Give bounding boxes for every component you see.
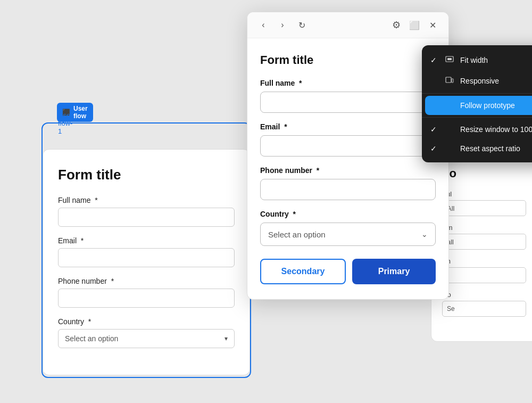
modal-form-title: Form title	[260, 53, 436, 67]
follow-prototype-check-icon: ✓	[430, 101, 439, 110]
modal-phone-field: Phone number *	[260, 166, 436, 200]
modal-email-field: Email *	[260, 122, 436, 157]
modal-country-select[interactable]: Select an option ⌄	[260, 223, 436, 246]
dropdown-item-reset-ratio[interactable]: ✓ Reset aspect ratio	[422, 139, 532, 158]
responsive-icon	[444, 76, 455, 86]
left-email-input[interactable]	[58, 248, 235, 267]
left-phone-input[interactable]	[58, 289, 235, 308]
modal-form-content: Form title Full name * Email * Phone num…	[247, 38, 448, 299]
export-icon: ⬜	[409, 20, 420, 30]
fit-width-icon	[444, 55, 455, 65]
fit-width-check-icon: ✓	[430, 56, 439, 64]
close-icon: ✕	[429, 20, 436, 30]
back-icon: ‹	[262, 20, 264, 30]
svg-rect-3	[452, 79, 453, 83]
right-fullname-input[interactable]: All	[442, 200, 526, 216]
modal-country-arrow-icon: ⌄	[421, 230, 428, 238]
right-email-label: Em	[442, 224, 526, 232]
dropdown-divider-2	[422, 117, 532, 118]
modal-country-label: Country *	[260, 210, 436, 218]
refresh-button[interactable]: ↻	[294, 18, 309, 32]
left-country-field: Country * Select an option ▾	[58, 317, 235, 348]
right-fullname-label: Ful	[442, 190, 526, 198]
forward-icon: ›	[281, 20, 284, 30]
right-country-placeholder: Se	[447, 305, 455, 312]
primary-button[interactable]: Primary	[352, 259, 436, 284]
modal-toolbar: ‹ › ↻ ⚙ ⬜ ✕	[247, 12, 448, 38]
left-country-placeholder: Select an option	[65, 334, 118, 343]
back-button[interactable]: ‹	[256, 18, 271, 32]
right-form-title: Fo	[442, 167, 526, 180]
svg-rect-1	[447, 58, 452, 60]
modal-phone-label: Phone number *	[260, 166, 436, 175]
left-form-frame: ⬛ User flow User flow-1 Form title Full …	[43, 149, 250, 375]
settings-button[interactable]: ⚙	[389, 18, 404, 32]
right-country-label: Co	[442, 291, 526, 299]
modal-phone-input[interactable]	[260, 179, 436, 200]
secondary-button[interactable]: Secondary	[260, 259, 346, 284]
modal-fullname-input[interactable]	[260, 92, 436, 113]
modal-country-field: Country * Select an option ⌄	[260, 210, 436, 246]
export-button[interactable]: ⬜	[407, 18, 422, 32]
follow-prototype-label: Follow prototype	[460, 101, 515, 110]
right-phone-label: Ph	[442, 257, 526, 265]
modal-preview-window: ‹ › ↻ ⚙ ⬜ ✕	[247, 12, 449, 300]
close-button[interactable]: ✕	[425, 18, 440, 32]
modal-email-label: Email *	[260, 122, 436, 131]
dropdown-item-fit-width[interactable]: ✓ Fit width	[422, 50, 532, 70]
canvas: ⬛ User flow User flow-1 Form title Full …	[0, 0, 532, 403]
left-fullname-label: Full name *	[58, 196, 235, 204]
frame-name-label: User flow-1	[58, 111, 72, 135]
toolbar-action-group: ⚙ ⬜ ✕	[389, 18, 440, 32]
right-country-select[interactable]: Se	[442, 301, 526, 317]
modal-country-placeholder: Select an option	[268, 230, 326, 239]
user-flow-label: User flow	[73, 105, 88, 120]
right-phone-input[interactable]	[442, 267, 526, 283]
sliders-icon: ⚙	[392, 19, 401, 31]
refresh-icon: ↻	[298, 20, 305, 30]
left-country-label: Country *	[58, 317, 235, 326]
fit-width-label: Fit width	[460, 56, 488, 64]
modal-fullname-label: Full name *	[260, 79, 436, 87]
left-form-title: Form title	[58, 167, 235, 183]
svg-rect-2	[446, 77, 451, 83]
dropdown-item-responsive[interactable]: ✓ Responsive	[422, 70, 532, 91]
resize-100-check-icon: ✓	[430, 125, 439, 134]
resize-100-label: Resize window to 100%	[460, 125, 532, 134]
left-email-label: Email *	[58, 236, 235, 245]
dropdown-item-follow-prototype[interactable]: ✓ Follow prototype	[425, 96, 532, 115]
reset-ratio-check-icon: ✓	[430, 144, 439, 153]
left-fullname-input[interactable]	[58, 208, 235, 227]
responsive-check-icon: ✓	[430, 77, 439, 85]
left-phone-field: Phone number *	[58, 277, 235, 308]
forward-button[interactable]: ›	[275, 18, 290, 32]
dropdown-item-resize-100[interactable]: ✓ Resize window to 100%	[422, 120, 532, 139]
right-email-input[interactable]: all	[442, 234, 526, 250]
left-email-field: Email *	[58, 236, 235, 267]
left-country-arrow-icon: ▾	[225, 335, 228, 342]
modal-fullname-field: Full name *	[260, 79, 436, 113]
left-phone-label: Phone number *	[58, 277, 235, 285]
left-fullname-field: Full name *	[58, 196, 235, 227]
toolbar-nav-group: ‹ › ↻	[256, 18, 309, 32]
responsive-label: Responsive	[460, 77, 499, 85]
modal-button-group: Secondary Primary	[260, 259, 436, 284]
reset-ratio-label: Reset aspect ratio	[460, 144, 520, 153]
left-country-select[interactable]: Select an option ▾	[58, 329, 235, 348]
dropdown-divider-1	[422, 93, 532, 94]
modal-email-input[interactable]	[260, 135, 436, 157]
view-dropdown-menu: ✓ Fit width ✓ Responsi	[422, 45, 532, 162]
